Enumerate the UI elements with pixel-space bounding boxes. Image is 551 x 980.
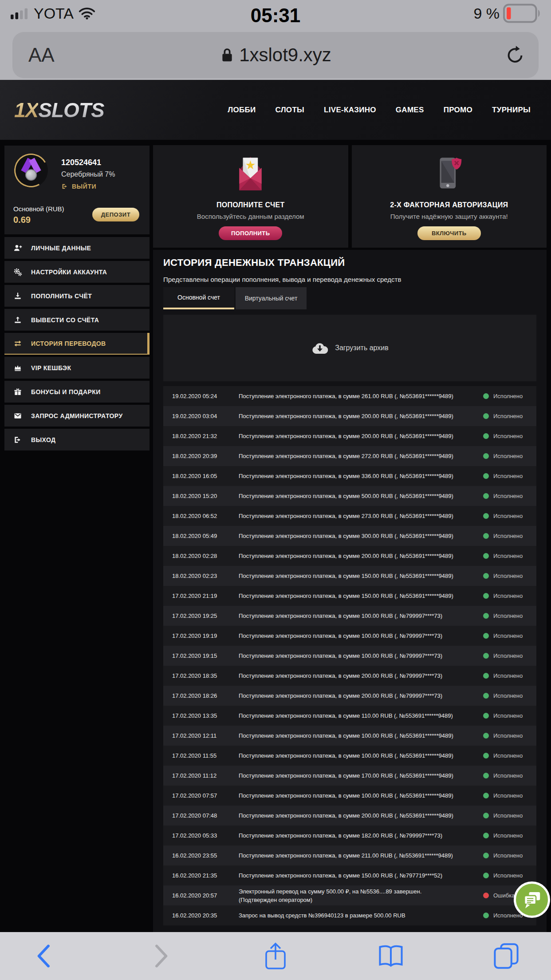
address-bar[interactable]: AA 1xslot9.xyz <box>12 32 539 78</box>
status-label: Исполнено <box>493 792 523 799</box>
status-label: Исполнено <box>493 473 523 479</box>
enable-2fa-button[interactable]: ВКЛЮЧИТЬ <box>417 226 481 240</box>
status-label: Исполнено <box>493 433 523 439</box>
transaction-status: Исполнено <box>483 732 536 739</box>
status-bar: YOTA 05:31 9 % <box>0 0 551 27</box>
transaction-status: Исполнено <box>483 632 536 639</box>
account-label: Основной (RUB) <box>13 205 64 213</box>
nav-item[interactable]: ТУРНИРЫ <box>492 106 531 115</box>
transaction-date: 19.02.2020 03:04 <box>163 413 239 419</box>
crown-icon <box>13 364 22 372</box>
nav-item[interactable]: ЛОББИ <box>228 106 256 115</box>
status-dot-icon <box>483 893 489 898</box>
transaction-status: Исполнено <box>483 772 536 779</box>
sidebar-menu: ЛИЧНЫЕ ДАННЫЕНАСТРОЙКИ АККАУНТАПОПОЛНИТЬ… <box>4 237 150 453</box>
status-label: Исполнено <box>493 732 523 739</box>
back-chevron-icon <box>31 942 59 970</box>
tabs-button[interactable] <box>489 939 523 973</box>
promo-card-topup[interactable]: ПОПОЛНИТЕ СЧЕТ Воспользуйтесь данным раз… <box>153 145 348 248</box>
user-plus-icon <box>13 244 22 253</box>
status-dot-icon <box>483 613 489 619</box>
nav-item[interactable]: ПРОМО <box>444 106 472 115</box>
transaction-description: Поступление электронного платежа, в сумм… <box>239 592 483 600</box>
sidebar-item[interactable]: ПОПОЛНИТЬ СЧЁТ <box>4 285 150 307</box>
transaction-description: Поступление электронного платежа, в сумм… <box>239 831 483 840</box>
transaction-status: Исполнено <box>483 453 536 459</box>
envelope-icon <box>13 411 22 420</box>
reload-button[interactable] <box>505 32 525 78</box>
nav-item[interactable]: GAMES <box>396 106 424 115</box>
promo-cards: ПОПОЛНИТЕ СЧЕТ Воспользуйтесь данным раз… <box>153 145 547 248</box>
transaction-date: 18.02.2020 02:28 <box>163 553 239 559</box>
transaction-row: 17.02.2020 11:55Поступление электронного… <box>163 746 536 766</box>
site-logo[interactable]: 1XSLOTS <box>14 80 104 140</box>
phone-shield-icon <box>435 155 463 194</box>
transaction-status: Исполнено <box>483 692 536 699</box>
status-label: Исполнено <box>493 772 523 779</box>
share-button[interactable] <box>258 939 293 973</box>
transaction-date: 17.02.2020 19:15 <box>163 652 239 659</box>
logout-link[interactable]: ВЫЙТИ <box>61 183 96 190</box>
transaction-row: 18.02.2020 02:23Поступление электронного… <box>163 566 536 586</box>
transaction-row: 16.02.2020 21:35Поступление электронного… <box>163 865 536 885</box>
sidebar-item[interactable]: БОНУСЫ И ПОДАРКИ <box>4 381 150 403</box>
transaction-description: Поступление электронного платежа, в сумм… <box>239 652 483 660</box>
sidebar-item[interactable]: ЗАПРОС АДМИНИСТРАТОРУ <box>4 405 150 427</box>
transaction-description: Поступление электронного платежа, в сумм… <box>239 771 483 780</box>
transaction-row: 17.02.2020 19:15Поступление электронного… <box>163 646 536 666</box>
transaction-status: Исполнено <box>483 533 536 539</box>
forward-button[interactable] <box>143 939 177 973</box>
status-label: Исполнено <box>493 413 523 419</box>
status-dot-icon <box>483 413 489 419</box>
tab-virtual-account[interactable]: Виртуальный счет <box>236 287 307 309</box>
status-dot-icon <box>483 813 489 818</box>
nav-item[interactable]: LIVE-КАЗИНО <box>324 106 376 115</box>
promo-subtitle: Получите надёжную защиту аккаунта! <box>390 213 508 220</box>
sidebar-item-label: БОНУСЫ И ПОДАРКИ <box>31 388 101 395</box>
status-label: Исполнено <box>493 872 523 879</box>
lock-icon <box>220 47 235 63</box>
transaction-description: Поступление электронного платежа, в сумм… <box>239 871 483 880</box>
transaction-date: 17.02.2020 13:35 <box>163 712 239 719</box>
transaction-description: Поступление электронного платежа, в сумм… <box>239 731 483 740</box>
transaction-date: 16.02.2020 21:35 <box>163 872 239 879</box>
transaction-date: 17.02.2020 07:48 <box>163 812 239 819</box>
status-dot-icon <box>483 653 489 659</box>
status-label: Исполнено <box>493 852 523 859</box>
bookmarks-button[interactable] <box>374 939 408 973</box>
envelope-star-icon <box>236 155 264 194</box>
promo-card-2fa[interactable]: 2-Х ФАКТОРНАЯ АВТОРИЗАЦИЯ Получите надёж… <box>352 145 547 248</box>
transactions-section: ИСТОРИЯ ДЕНЕЖНЫХ ТРАНЗАКЦИЙ Представлены… <box>153 250 547 932</box>
sidebar-item[interactable]: ЛИЧНЫЕ ДАННЫЕ <box>4 237 150 259</box>
nav-item[interactable]: СЛОТЫ <box>275 106 304 115</box>
sidebar-item[interactable]: ИСТОРИЯ ПЕРЕВОДОВ <box>4 333 150 355</box>
transaction-status: Исполнено <box>483 553 536 559</box>
transaction-description: Поступление электронного платежа, в сумм… <box>239 512 483 520</box>
transaction-row: 18.02.2020 16:05Поступление электронного… <box>163 466 536 486</box>
transaction-row: 18.02.2020 05:49Поступление электронного… <box>163 526 536 546</box>
topup-button[interactable]: ПОПОЛНИТЬ <box>219 226 282 240</box>
sidebar-item[interactable]: VIP КЕШБЭК <box>4 357 150 379</box>
transaction-status: Исполнено <box>483 413 536 419</box>
deposit-button[interactable]: ДЕПОЗИТ <box>92 208 139 221</box>
back-button[interactable] <box>28 939 62 973</box>
download-archive-button[interactable]: Загрузить архив <box>163 315 536 381</box>
transaction-status: Исполнено <box>483 752 536 759</box>
transaction-date: 17.02.2020 12:11 <box>163 732 239 739</box>
withdraw-icon <box>13 316 22 324</box>
chat-widget-button[interactable] <box>514 881 550 918</box>
sidebar-item[interactable]: ВЫХОД <box>4 429 150 450</box>
url-display[interactable]: 1xslot9.xyz <box>12 32 539 78</box>
sidebar-item[interactable]: НАСТРОЙКИ АККАУНТА <box>4 261 150 283</box>
transaction-description: Поступление электронного платежа, в сумм… <box>239 392 483 400</box>
status-dot-icon <box>483 853 489 858</box>
logo-slots: SLOTS <box>38 98 104 122</box>
transaction-row: 19.02.2020 03:04Поступление электронного… <box>163 406 536 426</box>
medal-graphic <box>21 158 41 182</box>
sidebar-item[interactable]: ВЫВЕСТИ СО СЧЁТА <box>4 309 150 331</box>
status-dot-icon <box>483 793 489 798</box>
gift-icon <box>13 387 22 396</box>
status-label: Исполнено <box>493 812 523 819</box>
tab-main-account[interactable]: Основной счет <box>163 287 234 309</box>
status-dot-icon <box>483 533 489 539</box>
